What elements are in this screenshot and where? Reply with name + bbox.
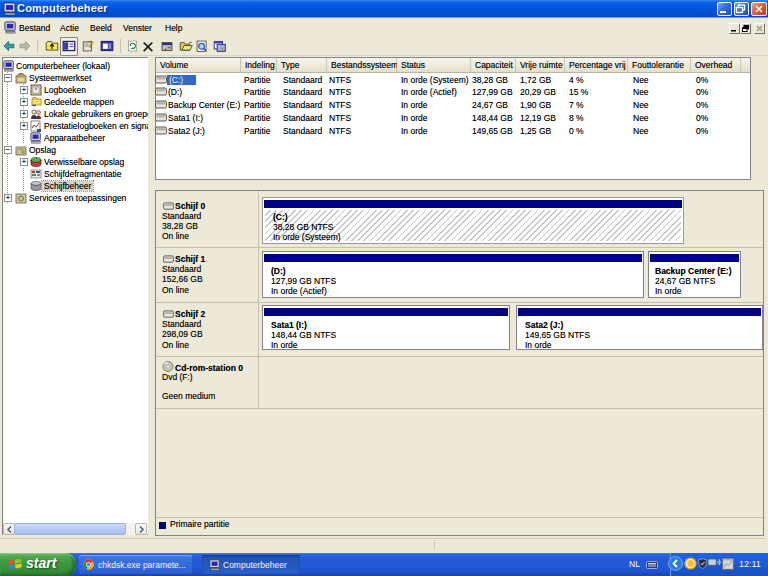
svg-text:?: ? bbox=[89, 39, 94, 50]
